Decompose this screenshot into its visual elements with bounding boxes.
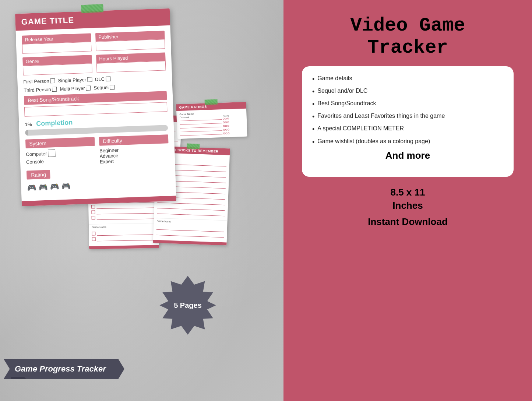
dot-row-3 bbox=[180, 124, 244, 129]
specs-text: 8.5 x 11Inches bbox=[391, 186, 425, 212]
line-7 bbox=[92, 230, 156, 236]
feature-6: • Game wishlist (doubles as a coloring p… bbox=[312, 137, 503, 147]
first-person-checkbox[interactable] bbox=[50, 78, 55, 83]
hours-played-input[interactable] bbox=[96, 61, 166, 73]
dot-row-5 bbox=[180, 132, 244, 136]
genre-input[interactable] bbox=[23, 63, 92, 75]
computer-checkbox[interactable] bbox=[48, 150, 56, 157]
starburst-badge: 5 Pages bbox=[158, 276, 217, 335]
computer-label: Computer bbox=[26, 151, 47, 157]
instant-download: Instant Download bbox=[368, 216, 448, 228]
tip-line-12 bbox=[156, 231, 224, 238]
publisher-group: Publisher bbox=[95, 31, 165, 51]
genre-group: Genre bbox=[22, 55, 92, 75]
dot-row-2 bbox=[180, 121, 244, 125]
multi-player-item: Multi Player bbox=[60, 85, 91, 92]
third-person-item: Third Person bbox=[24, 87, 57, 93]
publisher-input[interactable] bbox=[96, 39, 165, 51]
completion-title: Completion bbox=[36, 119, 73, 127]
tips-tape bbox=[187, 143, 200, 149]
system-label: System bbox=[25, 137, 95, 148]
first-person-label: First Person bbox=[23, 78, 49, 84]
feature-4: • Favorites and Least Favorites things i… bbox=[312, 112, 503, 122]
bullet-3: • bbox=[312, 100, 314, 109]
dlc-label: DLC bbox=[95, 76, 105, 82]
rating-row: Rating 🎮 🎮 🎮 🎮 bbox=[27, 166, 170, 192]
rating-col: Rating bbox=[223, 114, 244, 117]
feature-text-5: A special COMPLETION METER bbox=[317, 124, 404, 133]
banner-text: Game Progress Tracker bbox=[15, 364, 106, 373]
games-bottom-bar bbox=[89, 245, 159, 249]
sequel-checkbox[interactable] bbox=[110, 85, 114, 89]
dlc-item: DLC bbox=[95, 76, 111, 82]
feature-2: • Sequel and/or DLC bbox=[312, 87, 503, 96]
best-song-input[interactable] bbox=[24, 102, 168, 117]
feature-text-1: Game details bbox=[317, 74, 352, 82]
field-row-2: Genre Hours Played bbox=[22, 52, 166, 75]
rating-label: Rating bbox=[27, 170, 50, 179]
difficulty-label: Difficulty bbox=[99, 134, 169, 146]
feature-1: • Game details bbox=[312, 74, 503, 84]
difficulty-col: Difficulty Beginner Advance Expert bbox=[99, 134, 169, 165]
controllers-row: 🎮 🎮 🎮 🎮 bbox=[27, 178, 170, 192]
banner-shape: Game Progress Tracker bbox=[4, 359, 124, 379]
ratings-card: GAME RATINGS Game Name Comment Rating bbox=[176, 102, 247, 139]
bullet-2: • bbox=[312, 87, 314, 96]
release-year-group: Release Year bbox=[22, 33, 92, 54]
bullet-5: • bbox=[312, 125, 314, 134]
tape-decoration bbox=[81, 4, 103, 13]
sequel-item: Sequel bbox=[94, 84, 114, 91]
feature-text-6: Game wishlist (doubles as a coloring pag… bbox=[317, 137, 430, 145]
feature-3: • Best Song/Soundtrack bbox=[312, 99, 503, 109]
system-difficulty-section: System Computer Console Difficulty bbox=[25, 134, 169, 167]
left-panel: GAME TITLE Release Year Publisher Genre bbox=[0, 0, 283, 401]
feature-text-4: Favorites and Least Favorites things in … bbox=[317, 112, 445, 120]
feature-5: • A special COMPLETION METER bbox=[312, 124, 503, 134]
controller-icon-4: 🎮 bbox=[61, 182, 71, 191]
badge-text: 5 Pages bbox=[174, 301, 202, 310]
line-6 bbox=[92, 214, 156, 220]
single-player-checkbox[interactable] bbox=[87, 77, 92, 82]
system-items: Computer Console bbox=[26, 148, 95, 165]
controller-icon-2: 🎮 bbox=[38, 183, 48, 192]
completion-section: 1% Completion bbox=[25, 115, 168, 136]
title-line2: Tracker bbox=[367, 37, 448, 59]
sequel-label: Sequel bbox=[94, 85, 109, 91]
third-person-label: Third Person bbox=[24, 87, 51, 93]
right-panel: Video Game Tracker • Game details • Sequ… bbox=[283, 0, 532, 401]
and-more: And more bbox=[312, 150, 503, 161]
third-person-checkbox[interactable] bbox=[52, 87, 57, 92]
difficulty-items: Beginner Advance Expert bbox=[99, 145, 169, 165]
games-lines-2 bbox=[89, 229, 159, 245]
card-body: Release Year Publisher Genre Hours Playe… bbox=[16, 25, 176, 197]
title-line1: Video Game bbox=[350, 15, 465, 36]
dot-group bbox=[222, 117, 243, 120]
dot-row-4 bbox=[180, 128, 244, 132]
tips-lines-2 bbox=[153, 224, 227, 242]
product-title: Video Game Tracker bbox=[350, 15, 465, 59]
line-4 bbox=[91, 203, 155, 209]
console-item: Console bbox=[26, 157, 95, 165]
bullet-4: • bbox=[312, 112, 314, 122]
banner-container: Game Progress Tracker bbox=[4, 359, 124, 379]
field-row-1: Release Year Publisher bbox=[22, 31, 165, 54]
single-player-item: Single Player bbox=[58, 77, 92, 83]
hours-played-group: Hours Played bbox=[96, 52, 166, 73]
specs-line: 8.5 x 11Inches bbox=[391, 187, 425, 211]
computer-item: Computer bbox=[26, 148, 95, 158]
console-label: Console bbox=[26, 159, 44, 165]
bullet-1: • bbox=[312, 75, 314, 84]
card-title: GAME TITLE bbox=[21, 15, 74, 27]
system-col: System Computer Console bbox=[25, 137, 96, 167]
feature-text-2: Sequel and/or DLC bbox=[317, 87, 367, 95]
controller-icon-3: 🎮 bbox=[50, 182, 59, 191]
ratings-rows bbox=[180, 117, 244, 137]
release-year-input[interactable] bbox=[22, 42, 92, 54]
first-person-item: First Person bbox=[23, 78, 55, 85]
ratings-body: Game Name Comment Rating bbox=[176, 109, 247, 139]
controller-icon-1: 🎮 bbox=[27, 183, 36, 192]
multi-player-checkbox[interactable] bbox=[86, 85, 91, 90]
line-5 bbox=[91, 209, 155, 214]
bullet-6: • bbox=[312, 138, 314, 147]
dlc-checkbox[interactable] bbox=[106, 77, 110, 81]
